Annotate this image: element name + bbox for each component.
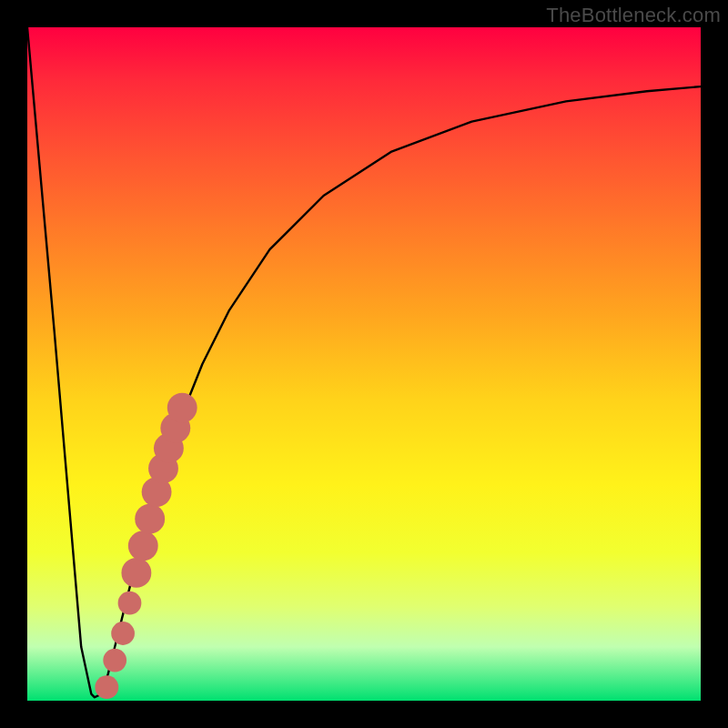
marker-group [95, 393, 197, 699]
data-marker [135, 504, 165, 534]
chart-svg [27, 27, 701, 701]
data-marker [128, 531, 158, 561]
data-marker [118, 592, 142, 615]
plot-area [27, 27, 701, 701]
chart-frame: TheBottleneck.com [0, 0, 728, 728]
data-marker [111, 622, 135, 645]
data-marker [95, 675, 118, 699]
data-marker [103, 649, 126, 672]
data-marker [121, 558, 151, 588]
data-marker [167, 393, 197, 423]
watermark-text: TheBottleneck.com [546, 4, 721, 27]
